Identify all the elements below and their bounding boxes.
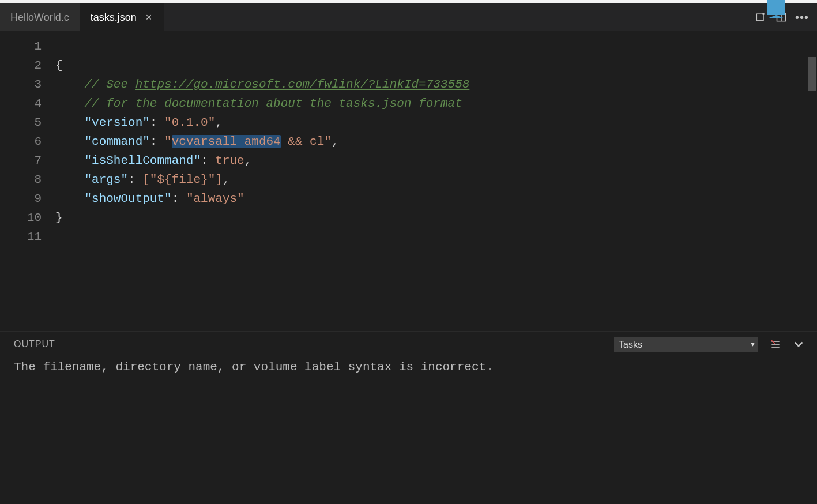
comment-line-1: // See https://go.microsoft.com/fwlink/?… (84, 78, 469, 91)
brace-open: { (55, 59, 63, 72)
svg-rect-0 (756, 14, 763, 21)
output-panel-header: OUTPUT Tasks (0, 332, 817, 357)
output-panel-title: OUTPUT (14, 339, 55, 349)
key-args: "args" (84, 173, 128, 186)
doc-link[interactable]: https://go.microsoft.com/fwlink/?LinkId=… (135, 78, 470, 91)
val-args: ["${file}"] (142, 173, 223, 186)
svg-line-7 (771, 340, 775, 344)
output-channel-select[interactable]: Tasks (614, 337, 758, 352)
clear-output-icon[interactable] (769, 337, 782, 351)
svg-point-1 (762, 13, 765, 15)
comment-line-2: // for the documentation about the tasks… (84, 97, 462, 110)
brace-close: } (55, 211, 63, 224)
val-isshellcommand: true (215, 154, 244, 167)
main-area: HelloWorld.c tasks.json × ••• (0, 3, 817, 504)
editor[interactable]: 1 2 3 4 5 6 7 8 9 10 11 { // See https:/… (0, 31, 817, 331)
output-panel: OUTPUT Tasks (0, 331, 817, 504)
val-showoutput: "always" (186, 192, 244, 205)
more-actions-icon[interactable]: ••• (795, 11, 809, 24)
key-version: "version" (84, 116, 149, 129)
val-command: "vcvarsall amd64 && cl" (164, 135, 332, 148)
tab-actions: ••• (754, 3, 817, 31)
text-selection: vcvarsall amd64 (172, 135, 281, 148)
collapse-panel-icon[interactable] (792, 337, 805, 351)
key-command: "command" (84, 135, 149, 148)
close-icon[interactable]: × (145, 12, 153, 24)
key-showoutput: "showOutput" (84, 192, 171, 205)
key-isshellcommand: "isShellCommand" (84, 154, 201, 167)
line-number-gutter: 1 2 3 4 5 6 7 8 9 10 11 (0, 31, 55, 331)
output-message: The filename, directory name, or volume … (14, 360, 494, 374)
tab-helloworld[interactable]: HelloWorld.c (0, 3, 80, 31)
notification-flag-icon[interactable] (767, 0, 785, 15)
code-area[interactable]: { // See https://go.microsoft.com/fwlink… (55, 31, 809, 331)
output-body[interactable]: The filename, directory name, or volume … (0, 357, 817, 504)
compare-changes-icon[interactable] (754, 10, 767, 24)
tab-bar: HelloWorld.c tasks.json × ••• (0, 3, 817, 31)
tab-label: HelloWorld.c (10, 12, 69, 24)
output-scrollbar[interactable] (808, 57, 816, 91)
val-version: "0.1.0" (164, 116, 215, 129)
tab-tasksjson[interactable]: tasks.json × (80, 3, 164, 31)
tab-label: tasks.json (91, 12, 137, 24)
